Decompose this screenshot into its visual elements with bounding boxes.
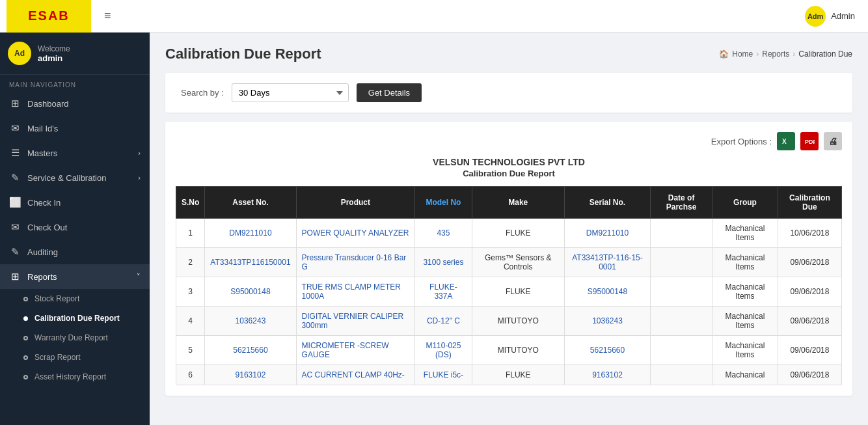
sidebar-sub-warranty-due-report[interactable]: Warranty Due Report: [0, 328, 150, 348]
sidebar-sub-calibration-due-report[interactable]: Calibration Due Report: [0, 308, 150, 328]
sidebar-item-reports[interactable]: ⊞ Reports ˅: [0, 264, 150, 289]
print-button[interactable]: 🖨: [824, 132, 842, 150]
cell-product[interactable]: TRUE RMS CLAMP METER 1000A: [296, 277, 415, 307]
cell-model-no[interactable]: 3100 series: [415, 248, 472, 277]
sidebar-item-check-in[interactable]: ⬜ Check In: [0, 190, 150, 215]
svg-text:X: X: [782, 138, 787, 145]
data-table: S.No Asset No. Product Model No Make Ser…: [176, 186, 842, 385]
breadcrumb-reports[interactable]: Reports: [762, 49, 789, 59]
cell-calibration-due: 09/06/2018: [778, 248, 841, 277]
sidebar-item-dashboard[interactable]: ⊞ Dashboard: [0, 91, 150, 116]
breadcrumb-bar: Calibration Due Report 🏠 Home › Reports …: [165, 46, 852, 62]
sidebar-item-label: Check Out: [27, 223, 67, 232]
cell-asset-no[interactable]: DM9211010: [205, 219, 296, 248]
cell-serial-no[interactable]: 1036243: [564, 307, 650, 336]
sidebar-sub-asset-history-report[interactable]: Asset History Report: [0, 367, 150, 387]
cell-model-no[interactable]: M110-025 (DS): [415, 336, 472, 365]
sidebar-sub-stock-report[interactable]: Stock Report: [0, 289, 150, 308]
sidebar-welcome-info: Welcome admin: [38, 44, 70, 63]
sidebar-item-label: Check In: [27, 198, 61, 208]
cell-product[interactable]: MICROMETER -SCREW GAUGE: [296, 336, 415, 365]
user-name-label: Admin: [831, 11, 855, 21]
masters-icon: ☰: [9, 147, 21, 159]
cell-group: Machanical Items: [712, 336, 778, 365]
cell-make: FLUKE: [472, 277, 564, 307]
sidebar-item-label: Service & Calibration: [27, 173, 106, 183]
col-model-no: Model No: [415, 187, 472, 219]
table-row: 2 AT33413TP116150001 Pressure Transducer…: [176, 248, 842, 277]
cell-asset-no[interactable]: 56215660: [205, 336, 296, 365]
cell-asset-no[interactable]: 1036243: [205, 307, 296, 336]
sub-item-label: Asset History Report: [34, 372, 106, 381]
search-bar: Search by : 30 Days 60 Days 90 Days 180 …: [165, 73, 852, 113]
cell-product[interactable]: Pressure Transducer 0-16 Bar G: [296, 248, 415, 277]
cell-sno: 6: [176, 365, 205, 385]
cell-product[interactable]: DIGITAL VERNIER CALIPER 300mm: [296, 307, 415, 336]
user-avatar: Adm: [805, 6, 826, 27]
col-calibration-due: Calibration Due: [778, 187, 841, 219]
cell-sno: 2: [176, 248, 205, 277]
sidebar-item-auditing[interactable]: ✎ Auditing: [0, 240, 150, 264]
cell-calibration-due: 09/06/2018: [778, 277, 841, 307]
cell-product[interactable]: POWER QUALITY ANALYZER: [296, 219, 415, 248]
sidebar-item-check-out[interactable]: ✉ Check Out: [0, 215, 150, 240]
top-header: ESAB ≡ Adm Admin: [0, 0, 868, 33]
cell-model-no[interactable]: FLUKE i5c-: [415, 365, 472, 385]
logo: ESAB: [7, 0, 91, 33]
cell-calibration-due: 09/06/2018: [778, 365, 841, 385]
breadcrumb-home[interactable]: Home: [732, 49, 753, 59]
sidebar-item-label: Reports: [27, 272, 57, 282]
cell-serial-no[interactable]: AT33413TP-116-15-0001: [564, 248, 650, 277]
cell-asset-no[interactable]: 9163102: [205, 365, 296, 385]
reports-icon: ⊞: [9, 271, 21, 282]
export-bar: Export Options : X PDF 🖨: [176, 132, 842, 150]
cell-date-of-purchase: [651, 307, 712, 336]
cell-make: FLUKE: [472, 365, 564, 385]
cell-calibration-due: 09/06/2018: [778, 307, 841, 336]
sidebar-sub-scrap-report[interactable]: Scrap Report: [0, 348, 150, 367]
cell-asset-no[interactable]: AT33413TP116150001: [205, 248, 296, 277]
col-sno: S.No: [176, 187, 205, 219]
header-left: ESAB ≡: [7, 0, 118, 33]
cell-serial-no[interactable]: DM9211010: [564, 219, 650, 248]
cell-calibration-due: 09/06/2018: [778, 336, 841, 365]
table-row: 5 56215660 MICROMETER -SCREW GAUGE M110-…: [176, 336, 842, 365]
sidebar-item-masters[interactable]: ☰ Masters ›: [0, 141, 150, 165]
cell-serial-no[interactable]: S95000148: [564, 277, 650, 307]
mail-icon: ✉: [9, 122, 21, 134]
cell-date-of-purchase: [651, 219, 712, 248]
main-layout: Ad Welcome admin MAIN NAVIGATION ⊞ Dashb…: [0, 33, 868, 425]
cell-group: Machanical Items: [712, 219, 778, 248]
cell-sno: 5: [176, 336, 205, 365]
sidebar-item-service-calibration[interactable]: ✎ Service & Calibration ›: [0, 165, 150, 190]
cell-model-no[interactable]: CD-12" C: [415, 307, 472, 336]
chevron-right-icon: ›: [138, 149, 141, 157]
dot-icon: [23, 297, 28, 301]
cell-calibration-due: 10/06/2018: [778, 219, 841, 248]
dashboard-icon: ⊞: [9, 98, 21, 109]
export-pdf-button[interactable]: PDF: [800, 132, 819, 150]
cell-date-of-purchase: [651, 365, 712, 385]
cell-asset-no[interactable]: S95000148: [205, 277, 296, 307]
table-row: 6 9163102 AC CURRENT CLAMP 40Hz- FLUKE i…: [176, 365, 842, 385]
logo-text: ESAB: [28, 8, 70, 23]
cell-serial-no[interactable]: 9163102: [564, 365, 650, 385]
sidebar-item-label: Dashboard: [27, 99, 69, 109]
cell-model-no[interactable]: FLUKE-337A: [415, 277, 472, 307]
get-details-button[interactable]: Get Details: [357, 83, 422, 102]
content-inner: Calibration Due Report 🏠 Home › Reports …: [150, 33, 868, 409]
cell-product[interactable]: AC CURRENT CLAMP 40Hz-: [296, 365, 415, 385]
col-make: Make: [472, 187, 564, 219]
export-excel-button[interactable]: X: [777, 132, 795, 150]
search-select[interactable]: 30 Days 60 Days 90 Days 180 Days 365 Day…: [232, 83, 349, 102]
cell-date-of-purchase: [651, 277, 712, 307]
dot-icon: [23, 316, 28, 321]
sidebar-item-mail-ids[interactable]: ✉ Mail Id's: [0, 116, 150, 141]
export-label: Export Options :: [711, 137, 772, 146]
cell-model-no[interactable]: 435: [415, 219, 472, 248]
cell-serial-no[interactable]: 56215660: [564, 336, 650, 365]
sidebar-item-label: Mail Id's: [27, 124, 58, 133]
table-header-row: S.No Asset No. Product Model No Make Ser…: [176, 187, 842, 219]
hamburger-icon[interactable]: ≡: [98, 9, 118, 23]
search-label: Search by :: [181, 88, 224, 98]
